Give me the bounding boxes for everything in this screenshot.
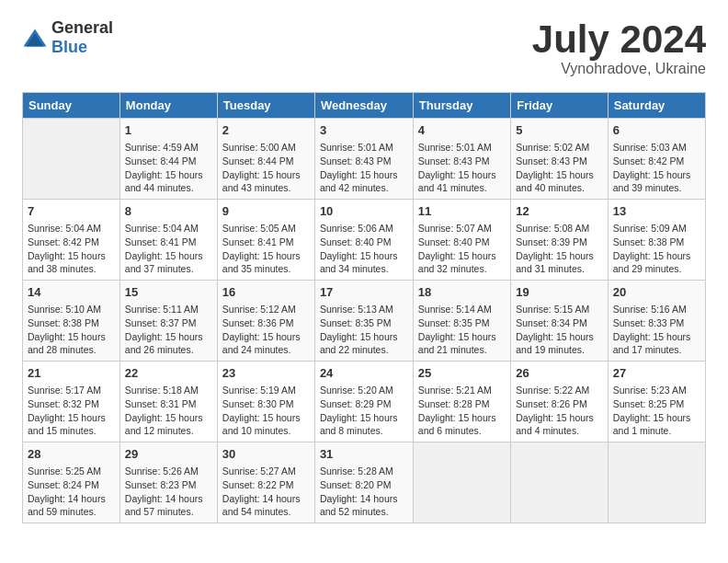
day-number: 17 xyxy=(320,284,408,301)
day-number: 26 xyxy=(516,365,603,382)
calendar-cell: 20Sunrise: 5:16 AM Sunset: 8:33 PM Dayli… xyxy=(608,281,705,362)
day-number: 27 xyxy=(613,365,700,382)
day-number: 18 xyxy=(418,284,506,301)
day-number: 6 xyxy=(613,122,700,139)
day-info: Sunrise: 5:20 AM Sunset: 8:29 PM Dayligh… xyxy=(320,384,408,438)
week-row-2: 7Sunrise: 5:04 AM Sunset: 8:42 PM Daylig… xyxy=(23,200,706,281)
day-number: 8 xyxy=(125,203,212,220)
calendar-header: SundayMondayTuesdayWednesdayThursdayFrid… xyxy=(23,93,706,119)
calendar-cell: 2Sunrise: 5:00 AM Sunset: 8:44 PM Daylig… xyxy=(217,119,314,200)
day-info: Sunrise: 5:09 AM Sunset: 8:38 PM Dayligh… xyxy=(613,222,700,276)
day-info: Sunrise: 5:26 AM Sunset: 8:23 PM Dayligh… xyxy=(125,465,212,519)
day-info: Sunrise: 5:07 AM Sunset: 8:40 PM Dayligh… xyxy=(418,222,506,276)
header-row: SundayMondayTuesdayWednesdayThursdayFrid… xyxy=(23,93,706,119)
day-info: Sunrise: 5:25 AM Sunset: 8:24 PM Dayligh… xyxy=(28,465,115,519)
calendar-cell: 18Sunrise: 5:14 AM Sunset: 8:35 PM Dayli… xyxy=(413,281,510,362)
day-number: 1 xyxy=(125,122,212,139)
calendar-cell: 11Sunrise: 5:07 AM Sunset: 8:40 PM Dayli… xyxy=(413,200,510,281)
header-day-thursday: Thursday xyxy=(413,93,510,119)
day-info: Sunrise: 5:21 AM Sunset: 8:28 PM Dayligh… xyxy=(418,384,506,438)
calendar-cell: 6Sunrise: 5:03 AM Sunset: 8:42 PM Daylig… xyxy=(608,119,705,200)
day-number: 28 xyxy=(28,446,115,463)
day-info: Sunrise: 5:27 AM Sunset: 8:22 PM Dayligh… xyxy=(222,465,310,519)
calendar-cell: 13Sunrise: 5:09 AM Sunset: 8:38 PM Dayli… xyxy=(608,200,705,281)
header-day-monday: Monday xyxy=(119,93,217,119)
day-number: 30 xyxy=(222,446,310,463)
calendar-body: 1Sunrise: 4:59 AM Sunset: 8:44 PM Daylig… xyxy=(23,119,706,523)
calendar-cell xyxy=(23,119,120,200)
calendar-cell: 15Sunrise: 5:11 AM Sunset: 8:37 PM Dayli… xyxy=(119,281,217,362)
header-day-friday: Friday xyxy=(511,93,609,119)
week-row-5: 28Sunrise: 5:25 AM Sunset: 8:24 PM Dayli… xyxy=(23,442,706,523)
day-info: Sunrise: 5:13 AM Sunset: 8:35 PM Dayligh… xyxy=(320,303,408,357)
header-day-saturday: Saturday xyxy=(608,93,705,119)
week-row-1: 1Sunrise: 4:59 AM Sunset: 8:44 PM Daylig… xyxy=(23,119,706,200)
calendar-cell: 23Sunrise: 5:19 AM Sunset: 8:30 PM Dayli… xyxy=(217,362,314,442)
day-number: 13 xyxy=(613,203,700,220)
calendar-cell: 27Sunrise: 5:23 AM Sunset: 8:25 PM Dayli… xyxy=(608,362,705,442)
calendar-cell: 16Sunrise: 5:12 AM Sunset: 8:36 PM Dayli… xyxy=(217,281,314,362)
day-info: Sunrise: 5:11 AM Sunset: 8:37 PM Dayligh… xyxy=(125,303,212,357)
day-info: Sunrise: 5:16 AM Sunset: 8:33 PM Dayligh… xyxy=(613,303,700,357)
day-number: 22 xyxy=(125,365,212,382)
day-number: 29 xyxy=(125,446,212,463)
logo: General Blue xyxy=(22,18,113,57)
day-number: 3 xyxy=(320,122,408,139)
day-info: Sunrise: 5:02 AM Sunset: 8:43 PM Dayligh… xyxy=(516,141,603,195)
calendar-cell: 4Sunrise: 5:01 AM Sunset: 8:43 PM Daylig… xyxy=(413,119,510,200)
title-block: July 2024 Vynohradove, Ukraine xyxy=(532,18,706,77)
calendar-cell xyxy=(511,442,609,523)
calendar-cell: 10Sunrise: 5:06 AM Sunset: 8:40 PM Dayli… xyxy=(314,200,413,281)
day-number: 9 xyxy=(222,203,310,220)
day-info: Sunrise: 5:03 AM Sunset: 8:42 PM Dayligh… xyxy=(613,141,700,195)
day-info: Sunrise: 5:12 AM Sunset: 8:36 PM Dayligh… xyxy=(222,303,310,357)
day-number: 14 xyxy=(28,284,115,301)
calendar-cell: 21Sunrise: 5:17 AM Sunset: 8:32 PM Dayli… xyxy=(23,362,120,442)
calendar-cell: 5Sunrise: 5:02 AM Sunset: 8:43 PM Daylig… xyxy=(511,119,609,200)
week-row-3: 14Sunrise: 5:10 AM Sunset: 8:38 PM Dayli… xyxy=(23,281,706,362)
calendar-cell: 19Sunrise: 5:15 AM Sunset: 8:34 PM Dayli… xyxy=(511,281,609,362)
day-info: Sunrise: 5:28 AM Sunset: 8:20 PM Dayligh… xyxy=(320,465,408,519)
day-info: Sunrise: 5:01 AM Sunset: 8:43 PM Dayligh… xyxy=(418,141,506,195)
calendar-cell: 17Sunrise: 5:13 AM Sunset: 8:35 PM Dayli… xyxy=(314,281,413,362)
calendar-cell: 25Sunrise: 5:21 AM Sunset: 8:28 PM Dayli… xyxy=(413,362,510,442)
calendar-cell: 1Sunrise: 4:59 AM Sunset: 8:44 PM Daylig… xyxy=(119,119,217,200)
day-number: 24 xyxy=(320,365,408,382)
calendar-cell: 28Sunrise: 5:25 AM Sunset: 8:24 PM Dayli… xyxy=(23,442,120,523)
day-info: Sunrise: 5:05 AM Sunset: 8:41 PM Dayligh… xyxy=(222,222,310,276)
calendar-cell: 22Sunrise: 5:18 AM Sunset: 8:31 PM Dayli… xyxy=(119,362,217,442)
calendar-cell xyxy=(413,442,510,523)
day-info: Sunrise: 5:23 AM Sunset: 8:25 PM Dayligh… xyxy=(613,384,700,438)
day-number: 25 xyxy=(418,365,506,382)
calendar-cell: 26Sunrise: 5:22 AM Sunset: 8:26 PM Dayli… xyxy=(511,362,609,442)
page-header: General Blue July 2024 Vynohradove, Ukra… xyxy=(22,18,706,77)
day-info: Sunrise: 5:04 AM Sunset: 8:42 PM Dayligh… xyxy=(28,222,115,276)
day-number: 16 xyxy=(222,284,310,301)
day-info: Sunrise: 5:18 AM Sunset: 8:31 PM Dayligh… xyxy=(125,384,212,438)
day-info: Sunrise: 5:22 AM Sunset: 8:26 PM Dayligh… xyxy=(516,384,603,438)
calendar-cell: 29Sunrise: 5:26 AM Sunset: 8:23 PM Dayli… xyxy=(119,442,217,523)
day-number: 19 xyxy=(516,284,603,301)
calendar-title: July 2024 xyxy=(532,18,706,61)
calendar-cell: 31Sunrise: 5:28 AM Sunset: 8:20 PM Dayli… xyxy=(314,442,413,523)
calendar-cell xyxy=(608,442,705,523)
calendar-table: SundayMondayTuesdayWednesdayThursdayFrid… xyxy=(22,92,706,523)
week-row-4: 21Sunrise: 5:17 AM Sunset: 8:32 PM Dayli… xyxy=(23,362,706,442)
day-number: 12 xyxy=(516,203,603,220)
day-info: Sunrise: 5:10 AM Sunset: 8:38 PM Dayligh… xyxy=(28,303,115,357)
calendar-cell: 3Sunrise: 5:01 AM Sunset: 8:43 PM Daylig… xyxy=(314,119,413,200)
day-number: 4 xyxy=(418,122,506,139)
day-number: 15 xyxy=(125,284,212,301)
day-number: 21 xyxy=(28,365,115,382)
header-day-sunday: Sunday xyxy=(23,93,120,119)
day-info: Sunrise: 5:06 AM Sunset: 8:40 PM Dayligh… xyxy=(320,222,408,276)
day-number: 7 xyxy=(28,203,115,220)
day-info: Sunrise: 5:08 AM Sunset: 8:39 PM Dayligh… xyxy=(516,222,603,276)
logo-icon xyxy=(22,28,48,48)
header-day-tuesday: Tuesday xyxy=(217,93,314,119)
day-info: Sunrise: 5:01 AM Sunset: 8:43 PM Dayligh… xyxy=(320,141,408,195)
day-info: Sunrise: 5:15 AM Sunset: 8:34 PM Dayligh… xyxy=(516,303,603,357)
day-number: 20 xyxy=(613,284,700,301)
day-info: Sunrise: 4:59 AM Sunset: 8:44 PM Dayligh… xyxy=(125,141,212,195)
calendar-cell: 24Sunrise: 5:20 AM Sunset: 8:29 PM Dayli… xyxy=(314,362,413,442)
